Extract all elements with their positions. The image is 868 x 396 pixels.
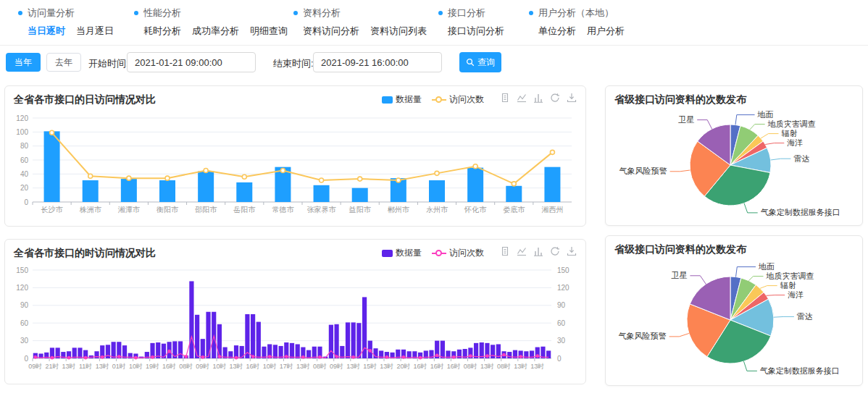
nav-group-data-analysis: 资料分析 资料访问分析 资料访问列表 — [293, 7, 427, 38]
chart-legend: 数据量 访问次数 — [382, 93, 484, 106]
current-year-button[interactable]: 当年 — [6, 53, 41, 72]
nav-group-title: 性能分析 — [134, 7, 288, 20]
svg-text:13时: 13时 — [346, 363, 360, 370]
nav-group-label: 性能分析 — [143, 7, 181, 20]
svg-text:60: 60 — [20, 319, 29, 327]
nav-group-label: 资料分析 — [303, 7, 341, 20]
svg-text:16时: 16时 — [414, 363, 427, 370]
svg-text:海洋: 海洋 — [787, 138, 803, 147]
line-chart-toggle-icon[interactable] — [517, 93, 527, 103]
legend-item-data-volume[interactable]: 数据量 — [382, 247, 422, 259]
svg-text:13时: 13时 — [380, 363, 393, 370]
start-time-input[interactable] — [127, 52, 256, 72]
svg-text:16时: 16时 — [162, 363, 176, 370]
svg-text:怀化市: 怀化市 — [464, 206, 487, 214]
save-image-icon[interactable] — [567, 246, 577, 256]
hourly-chart-panel: 全省各市接口的时访问情况对比 数据量 访问次数 0030306060909012 — [4, 239, 586, 384]
svg-text:100: 100 — [16, 128, 28, 136]
nav-link-hourly-today[interactable]: 当日逐时 — [28, 25, 65, 38]
svg-text:0: 0 — [557, 355, 562, 363]
line-legend-icon — [432, 253, 446, 254]
svg-text:120: 120 — [16, 284, 28, 292]
svg-text:90: 90 — [20, 301, 29, 309]
svg-text:15时: 15时 — [363, 363, 377, 370]
nav-link-success-rate[interactable]: 成功率分析 — [192, 25, 239, 38]
nav-group-title: 用户分析（本地） — [529, 7, 625, 20]
data-view-icon[interactable] — [500, 246, 510, 256]
svg-text:株洲市: 株洲市 — [79, 206, 102, 214]
legend-item-visit-count[interactable]: 访问次数 — [432, 247, 484, 259]
data-view-icon[interactable] — [500, 93, 510, 103]
svg-text:地面: 地面 — [757, 111, 774, 119]
bullet-icon — [134, 11, 138, 15]
province-access-pie-chart[interactable]: 地面地质灾害调查辐射海洋雷达气象定制数据服务接口卫星气象风险预警 — [606, 111, 861, 224]
svg-text:21时: 21时 — [45, 363, 59, 370]
last-year-button[interactable]: 去年 — [46, 53, 81, 72]
line-chart-toggle-icon[interactable] — [517, 246, 527, 256]
restore-icon[interactable] — [550, 93, 560, 103]
svg-text:30: 30 — [20, 337, 29, 345]
svg-text:雷达: 雷达 — [797, 312, 813, 321]
restore-icon[interactable] — [550, 246, 560, 256]
svg-text:30: 30 — [557, 337, 566, 345]
legend-item-data-volume[interactable]: 数据量 — [382, 93, 422, 106]
nav-link-detail-query[interactable]: 明细查询 — [250, 25, 288, 38]
svg-text:地质灾害调查: 地质灾害调查 — [767, 119, 816, 128]
search-button-label: 查询 — [477, 56, 495, 69]
svg-text:10时: 10时 — [129, 363, 143, 370]
province-access-pie-chart[interactable]: 地面地质灾害调查辐射海洋雷达气象定制数据服务接口卫星气象风险预警 — [606, 261, 861, 384]
province-pie-panel-bottom: 省级接口访问资料的次数发布 地面地质灾害调查辐射海洋雷达气象定制数据服务接口卫星… — [605, 235, 863, 386]
svg-text:雷达: 雷达 — [793, 154, 809, 163]
bar-chart-toggle-icon[interactable] — [533, 93, 543, 103]
nav-group-title: 访问量分析 — [18, 7, 114, 20]
svg-text:90: 90 — [557, 301, 566, 309]
nav-group-label: 接口分析 — [448, 7, 485, 20]
bar-legend-swatch-icon — [382, 96, 393, 104]
chart-title: 全省各市接口的时访问情况对比 — [14, 247, 156, 260]
svg-text:气象风险预警: 气象风险预警 — [619, 167, 667, 175]
nav-group-visit-analysis: 访问量分析 当日逐时 当月逐日 — [18, 7, 114, 38]
search-icon — [466, 58, 475, 67]
nav-link-org-analysis[interactable]: 单位分析 — [538, 25, 576, 38]
top-nav: 访问量分析 当日逐时 当月逐日 性能分析 耗时分析 成功率分析 明细查询 资料分… — [0, 0, 868, 46]
svg-text:17时: 17时 — [280, 363, 293, 370]
search-button[interactable]: 查询 — [459, 52, 501, 72]
svg-text:13时: 13时 — [62, 363, 76, 370]
nav-link-daily-month[interactable]: 当月逐日 — [76, 25, 114, 38]
svg-text:永州市: 永州市 — [426, 206, 448, 214]
nav-link-user-analysis[interactable]: 用户分析 — [587, 25, 625, 38]
daily-bar-line-chart[interactable]: 020406080100120长沙市株洲市湘潭市衡阳市邵阳市岳阳市常德市张家界市… — [5, 111, 584, 224]
legend-item-visit-count[interactable]: 访问次数 — [432, 93, 484, 106]
hourly-bar-line-chart[interactable]: 0030306060909012012015015009时21时13时11时13… — [5, 264, 584, 382]
svg-text:19时: 19时 — [146, 363, 159, 370]
svg-text:09时: 09时 — [196, 363, 209, 370]
save-image-icon[interactable] — [567, 93, 577, 103]
svg-text:13时: 13时 — [230, 363, 243, 370]
svg-text:张家界市: 张家界市 — [307, 206, 337, 214]
bar-chart-toggle-icon[interactable] — [533, 246, 543, 256]
end-time-input[interactable] — [313, 52, 442, 72]
svg-text:地质灾害调查: 地质灾害调查 — [766, 271, 814, 280]
svg-text:60: 60 — [20, 156, 29, 164]
svg-text:150: 150 — [16, 266, 28, 274]
svg-text:08时: 08时 — [497, 363, 511, 370]
nav-link-interface-access-analysis[interactable]: 接口访问分析 — [448, 25, 504, 38]
bullet-icon — [293, 11, 298, 15]
svg-text:16时: 16时 — [430, 363, 444, 370]
bullet-icon — [438, 11, 443, 15]
nav-group-user-analysis: 用户分析（本地） 单位分析 用户分析 — [529, 7, 625, 38]
nav-group-interface-analysis: 接口分析 接口访问分析 — [438, 7, 504, 38]
svg-text:150: 150 — [557, 266, 569, 274]
svg-text:气象定制数据服务接口: 气象定制数据服务接口 — [760, 366, 840, 375]
svg-text:10时: 10时 — [263, 363, 277, 370]
svg-text:湘潭市: 湘潭市 — [118, 206, 141, 214]
svg-text:40: 40 — [20, 170, 29, 178]
nav-link-data-access-list[interactable]: 资料访问列表 — [370, 25, 427, 38]
svg-text:益阳市: 益阳市 — [349, 206, 372, 214]
svg-text:娄底市: 娄底市 — [503, 206, 525, 214]
svg-text:80: 80 — [20, 142, 29, 150]
nav-link-time-cost[interactable]: 耗时分析 — [143, 25, 181, 38]
nav-link-data-access-analysis[interactable]: 资料访问分析 — [303, 25, 359, 38]
svg-text:邵阳市: 邵阳市 — [195, 206, 217, 214]
svg-text:20时: 20时 — [396, 363, 410, 370]
